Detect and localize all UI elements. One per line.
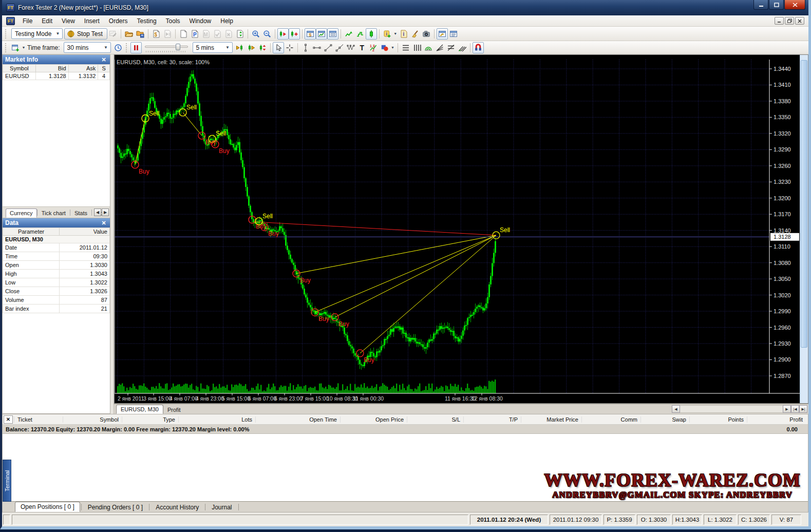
modify-order-button[interactable]: M	[200, 28, 212, 40]
terminal-tab-open-positions-0[interactable]: Open Positions [ 0 ]	[15, 502, 80, 512]
strategy-window-button[interactable]	[316, 28, 327, 40]
crosshair-tool-button[interactable]	[284, 42, 295, 53]
tab-stats[interactable]: Stats	[70, 208, 91, 218]
wave-count-tool[interactable]: 1 32	[368, 42, 379, 53]
menu-item-tools[interactable]: Tools	[161, 16, 185, 26]
maximize-button[interactable]	[769, 0, 784, 10]
line-chart-button[interactable]	[343, 28, 354, 40]
menu-item-insert[interactable]: Insert	[80, 16, 104, 26]
speed-slider[interactable]	[144, 43, 189, 52]
edit-test-button[interactable]	[107, 28, 119, 40]
info-window-button[interactable]: i	[398, 28, 409, 40]
tick-step-button[interactable]	[257, 42, 268, 53]
market-info-row[interactable]: EURUSD1.31281.31324	[3, 72, 110, 80]
tab-tick-chart[interactable]: Tick chart	[37, 208, 70, 218]
pause-button[interactable]	[130, 42, 142, 53]
pending-order-button[interactable]: P	[189, 28, 200, 40]
mdi-minimize-button[interactable]	[775, 17, 784, 25]
fibo-time-tool[interactable]	[411, 42, 423, 53]
close-button[interactable]	[784, 0, 805, 10]
dropdown-arrow-icon[interactable]: ▼	[21, 43, 26, 53]
text-tool[interactable]: T	[356, 42, 368, 53]
menu-item-help[interactable]: Help	[216, 16, 238, 26]
magnet-button[interactable]	[473, 42, 484, 53]
update-orders-button[interactable]	[234, 28, 246, 40]
scroll-right-icon[interactable]: ▶	[783, 405, 791, 413]
account-window-button[interactable]: $	[305, 28, 316, 40]
orders-close-icon[interactable]: ✕	[4, 415, 13, 424]
clear-chart-button[interactable]	[409, 28, 421, 40]
screenshot-button[interactable]	[421, 28, 432, 40]
menu-item-file[interactable]: File	[18, 16, 37, 26]
menu-item-testing[interactable]: Testing	[133, 16, 161, 26]
fibo-arc-tool[interactable]	[423, 42, 434, 53]
panel-splitter[interactable]	[110, 54, 114, 414]
zoom-in-button[interactable]	[250, 28, 261, 40]
stop-test-button[interactable]: Stop Test	[64, 28, 107, 40]
fibo-retracement-tool[interactable]	[400, 42, 411, 53]
chart-vertical-scrollbar[interactable]	[800, 55, 808, 403]
time-settings-button[interactable]	[112, 42, 124, 53]
open-project-button[interactable]	[123, 28, 135, 40]
chart-tab-profit[interactable]: Profit	[163, 406, 185, 414]
mdi-restore-button[interactable]	[785, 17, 794, 25]
menu-item-edit[interactable]: Edit	[37, 16, 57, 26]
combo-arrow-icon[interactable]: ▼	[224, 44, 231, 51]
scroll-home-icon[interactable]: |◀	[791, 405, 799, 413]
combo-arrow-icon[interactable]: ▼	[54, 30, 61, 37]
testing-mode-select[interactable]: Testing Mode▼	[11, 28, 63, 39]
terminal-tab-account-history[interactable]: Account History	[150, 503, 204, 512]
scroll-track[interactable]	[680, 405, 783, 413]
resume-test-button[interactable]	[162, 28, 173, 40]
chart-tab-eurusd-m30[interactable]: EURUSD, M30	[116, 405, 163, 414]
chart-canvas[interactable]: 1.34401.34101.33801.33501.33201.32901.32…	[114, 54, 808, 404]
data-panel-close-icon[interactable]: ✕	[100, 220, 107, 226]
save-project-button[interactable]	[135, 28, 146, 40]
speed-select[interactable]: 5 mins▼	[193, 42, 233, 53]
tabs-scroll-left-icon[interactable]: ◀	[94, 208, 101, 216]
minimize-button[interactable]	[753, 0, 768, 10]
tab-currency[interactable]: Currency	[6, 208, 37, 218]
combo-arrow-icon[interactable]: ▼	[103, 44, 109, 51]
add-candle-button[interactable]	[289, 28, 300, 40]
tabs-scroll-right-icon[interactable]: ▶	[102, 208, 109, 216]
fibo-fan-tool[interactable]	[434, 42, 445, 53]
statistics-window-button[interactable]	[327, 28, 338, 40]
next-candle-button[interactable]	[246, 42, 257, 53]
scroll-left-icon[interactable]: ◀	[672, 405, 680, 413]
cursor-tool-button[interactable]	[273, 42, 284, 53]
step-forward-button[interactable]	[277, 28, 289, 40]
add-indicator-button[interactable]: i	[382, 28, 393, 40]
menu-item-view[interactable]: View	[57, 16, 80, 26]
menu-item-orders[interactable]: Orders	[104, 16, 133, 26]
fibo-channel-tool[interactable]	[445, 42, 457, 53]
chart-horizontal-scrollbar[interactable]: ◀ ▶ |◀ ▶|	[672, 405, 807, 413]
close-order-button[interactable]	[212, 28, 223, 40]
ray-tool[interactable]	[334, 42, 345, 53]
terminal-tab-pending-orders-0[interactable]: Pending Orders [ 0 ]	[83, 503, 148, 512]
chart-settings-button[interactable]	[437, 28, 448, 40]
mdi-close-button[interactable]	[795, 17, 804, 25]
new-chart-button[interactable]	[10, 42, 21, 53]
zoom-out-button[interactable]	[261, 28, 273, 40]
menu-item-window[interactable]: Window	[185, 16, 216, 26]
slider-thumb[interactable]	[176, 44, 180, 50]
step-chart-button[interactable]	[354, 28, 366, 40]
new-order-button[interactable]	[178, 28, 189, 40]
dropdown-arrow-icon[interactable]: ▼	[393, 29, 398, 39]
terminal-tab[interactable]: Terminal	[3, 460, 11, 502]
journal-window-button[interactable]	[448, 28, 459, 40]
shapes-tool[interactable]	[379, 42, 390, 53]
scroll-end-icon[interactable]: ▶|	[799, 405, 807, 413]
pitchfork-tool[interactable]	[457, 42, 468, 53]
delete-order-button[interactable]	[223, 28, 234, 40]
vertical-line-tool[interactable]	[300, 42, 311, 53]
prev-candle-button[interactable]	[234, 42, 246, 53]
horizontal-line-tool[interactable]	[311, 42, 323, 53]
terminal-tab-journal[interactable]: Journal	[206, 503, 237, 512]
polyline-tool[interactable]	[345, 42, 356, 53]
candle-chart-button[interactable]	[366, 28, 377, 40]
export-data-button[interactable]: $	[150, 28, 162, 40]
trend-line-tool[interactable]	[323, 42, 334, 53]
dropdown-arrow-icon[interactable]: ▼	[390, 43, 395, 53]
